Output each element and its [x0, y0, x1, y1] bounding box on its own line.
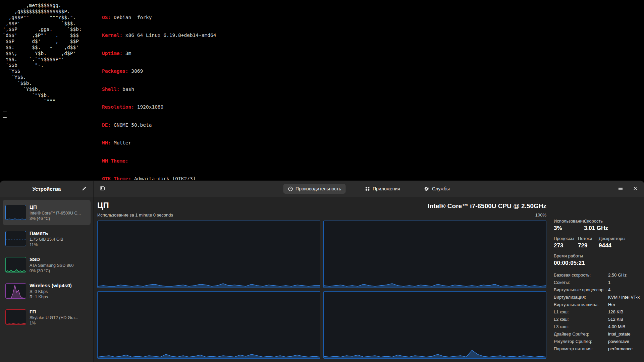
detail-value: 1: [608, 280, 610, 285]
device-desc: ATA Samsung SSD 860: [30, 263, 74, 268]
stat-row: Процессы 273 Потоки 729 Дескрипторы 9444: [554, 236, 637, 249]
device-name: SSD: [30, 256, 74, 262]
detail-value: Нет: [608, 302, 615, 307]
title-row: ЦП Intel® Core™ i7-6500U CPU @ 2.50GHz: [97, 200, 546, 210]
stat-label: Время работы: [554, 253, 585, 258]
detail-row: L2 кэш:512 KiB: [554, 315, 637, 323]
device-name: Wireless (wlp4s0): [30, 283, 72, 288]
device-status: 0% (30 °C): [30, 268, 74, 274]
neofetch-label: Kernel:: [102, 33, 122, 38]
neofetch-value: 644x362: [134, 104, 163, 110]
neofetch-label: WM:: [102, 140, 111, 145]
device-text: ГП Skylake-U GT2 (HD Gra... 1%: [30, 309, 78, 326]
detail-value: 512 KiB: [608, 317, 624, 322]
header-right: [615, 183, 641, 194]
neofetch-label: WM Theme:: [102, 158, 128, 164]
neofetch-line: WM: Mutter: [102, 140, 234, 146]
stat-label: Скорость: [584, 219, 608, 224]
stat-value: 3.01 GHz: [584, 225, 608, 232]
detail-value: KVM / Intel VT-x: [608, 295, 640, 300]
detail-row: L3 кэш:4.00 MiB: [554, 323, 637, 330]
ssd-mini-graph: [5, 257, 26, 273]
cpu-core-graph-1: [97, 221, 320, 288]
device-text: ЦП Intel® Core™ i7-6500U C... 3% (46 °C): [30, 204, 81, 221]
stat-value: 729: [578, 242, 599, 249]
detail-label: Параметр питания:: [554, 346, 608, 351]
cpu-core-graph-3: [97, 291, 320, 359]
pencil-icon: [82, 186, 87, 192]
detail-label: L2 кэш:: [554, 317, 608, 322]
performance-page: ЦП Intel® Core™ i7-6500U CPU @ 2.50GHz И…: [94, 197, 644, 362]
sidebar-title: Устройства: [33, 186, 61, 192]
device-item-cpu[interactable]: ЦП Intel® Core™ i7-6500U C... 3% (46 °C): [3, 200, 91, 225]
device-text: Память 1.75 GiB 15.4 GiB 11%: [30, 230, 63, 247]
detail-value: 4: [608, 287, 610, 292]
detail-row: Параметр питания:performance: [554, 345, 637, 352]
cpu-core-graph-2: [323, 221, 546, 288]
device-item-gpu[interactable]: ГП Skylake-U GT2 (HD Gra... 1%: [3, 304, 91, 330]
close-window-button[interactable]: [630, 183, 641, 194]
stat-speed: Скорость 3.01 GHz: [584, 219, 608, 232]
gpu-mini-graph: [5, 309, 26, 325]
stat-row: Использование 3% Скорость 3.01 GHz: [554, 219, 637, 232]
stat-value: 9444: [599, 242, 625, 249]
device-name: Память: [30, 230, 63, 236]
detail-label: Виртуальная машина:: [554, 302, 608, 307]
tab-services[interactable]: Службы: [420, 184, 454, 194]
speedometer-icon: [288, 186, 293, 191]
page-title: ЦП: [97, 200, 109, 210]
neofetch-label: DE:: [102, 122, 111, 128]
stat-value: 3%: [554, 225, 584, 232]
device-list: ЦП Intel® Core™ i7-6500U C... 3% (46 °C)…: [0, 197, 93, 333]
menu-button[interactable]: [615, 183, 626, 194]
device-status: 3% (46 °C): [30, 216, 81, 221]
detail-row: Драйвер Cpufreq:intel_pstate: [554, 330, 637, 338]
edit-devices-button[interactable]: [79, 184, 89, 194]
stat-uptime: Время работы 00:00:05:21: [554, 253, 585, 266]
neofetch-label: Packages:: [102, 68, 128, 74]
neofetch-label: OS:: [102, 15, 111, 20]
headerbar: Производительность Приложения Службы: [94, 181, 644, 197]
hamburger-icon: [618, 186, 623, 192]
sidebar-header: Устройства: [0, 181, 93, 197]
stat-row: Время работы 00:00:05:21: [554, 253, 637, 266]
system-monitor-window: Устройства ЦП Intel® Core™ i7-6500U C...…: [0, 181, 644, 362]
neofetch-line: Uptime: 3m: [102, 51, 234, 57]
detail-value: powersave: [608, 339, 629, 344]
main-area: Производительность Приложения Службы: [94, 181, 644, 362]
detail-row: Базовая скорость:2.50 GHz: [554, 271, 637, 279]
scale-max-label: 100%: [535, 213, 546, 218]
device-item-ssd[interactable]: SSD ATA Samsung SSD 860 0% (30 °C): [3, 252, 91, 278]
detail-label: Сокеты:: [554, 280, 608, 285]
neofetch-value: Debian forky: [111, 15, 152, 20]
neofetch-line: Shell: bash: [102, 86, 234, 93]
device-desc: S: 0 Kbps: [30, 289, 72, 294]
detail-value: intel_pstate: [608, 331, 631, 337]
device-text: SSD ATA Samsung SSD 860 0% (30 °C): [30, 256, 74, 274]
neofetch-line: DE: GNOME 50.beta: [102, 122, 234, 128]
device-status: R: 1 Kbps: [30, 294, 72, 300]
device-item-wireless[interactable]: Wireless (wlp4s0) S: 0 Kbps R: 1 Kbps: [3, 278, 91, 304]
cpu-details-list: Базовая скорость:2.50 GHz Сокеты:1 Вирту…: [554, 271, 637, 352]
cpu-core-graph-4: [323, 291, 546, 359]
detail-row: Виртуальная машина:Нет: [554, 301, 637, 308]
detail-label: Базовая скорость:: [554, 273, 608, 278]
neofetch-value: x86_64 Linux 6.19.8+deb14-amd64: [122, 33, 216, 38]
detail-row: Виртуальные процессор...4: [554, 286, 637, 293]
device-desc: Intel® Core™ i7-6500U C...: [30, 210, 81, 216]
toggle-sidebar-button[interactable]: [97, 183, 108, 194]
stat-label: Потоки: [578, 236, 599, 241]
stat-label: Дескрипторы: [599, 236, 625, 241]
tab-performance[interactable]: Производительность: [283, 184, 346, 194]
tab-applications[interactable]: Приложения: [361, 184, 405, 194]
detail-label: Регулятор Cpufreq:: [554, 339, 608, 344]
device-item-memory[interactable]: Память 1.75 GiB 15.4 GiB 11%: [3, 226, 91, 251]
detail-value: 128 KiB: [608, 309, 624, 314]
cpu-mini-graph: [5, 205, 26, 220]
device-desc: 1.75 GiB 15.4 GiB: [30, 237, 63, 242]
detail-row: Виртуализация:KVM / Intel VT-x: [554, 293, 637, 301]
neofetch-line: WM Theme:: [102, 158, 234, 164]
stat-usage: Использование 3%: [554, 219, 584, 232]
neofetch-value: 3869: [128, 68, 143, 74]
apps-grid-icon: [365, 186, 370, 191]
